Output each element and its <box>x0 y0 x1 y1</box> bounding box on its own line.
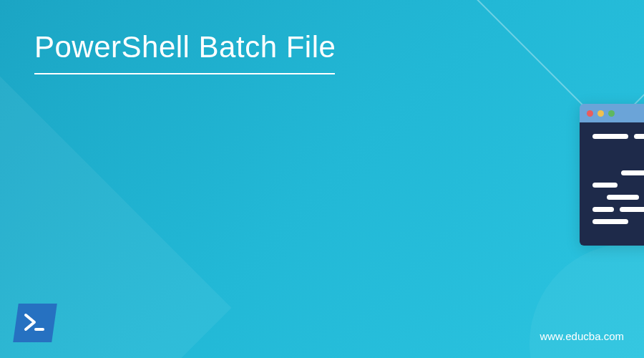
page-title: PowerShell Batch File <box>34 30 336 64</box>
code-line <box>592 146 644 151</box>
terminal-titlebar <box>580 104 644 122</box>
powershell-glyph <box>24 313 47 333</box>
code-line <box>592 219 644 224</box>
website-url: www.educba.com <box>540 330 624 342</box>
close-dot-icon <box>587 110 593 117</box>
terminal-window-back <box>580 104 644 246</box>
code-line <box>592 170 644 175</box>
code-line <box>592 195 644 200</box>
banner-canvas: PowerShell Batch File <box>0 0 644 358</box>
code-line <box>592 158 644 163</box>
powershell-icon <box>13 304 57 342</box>
code-line <box>592 207 644 212</box>
svg-rect-0 <box>34 328 44 331</box>
code-line <box>592 183 644 188</box>
maximize-dot-icon <box>608 110 615 117</box>
terminal-content <box>580 122 644 246</box>
code-line <box>592 134 644 139</box>
title-underline <box>34 73 335 74</box>
minimize-dot-icon <box>597 110 604 117</box>
